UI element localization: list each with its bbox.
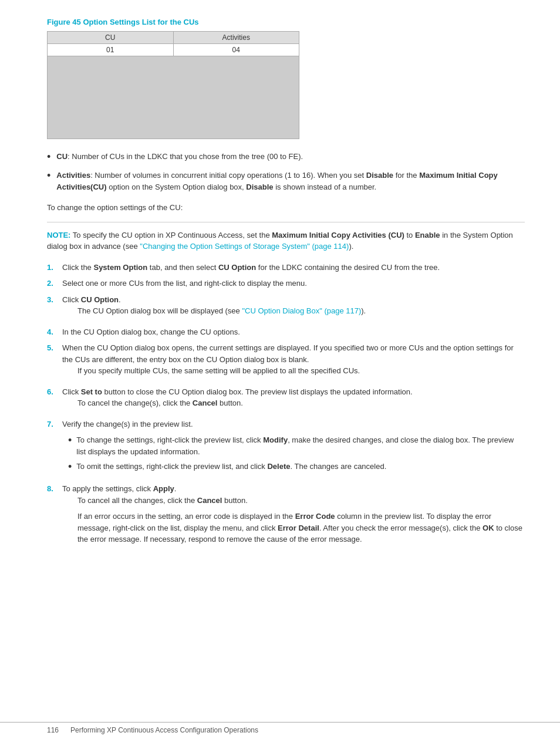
step-7-num: 7. — [47, 418, 56, 430]
step-1-num: 1. — [47, 262, 56, 274]
term-cu: CU — [56, 152, 68, 161]
step-4-text: In the CU Option dialog box, change the … — [62, 328, 240, 336]
step-6-subpara: To cancel the change(s), click the Cance… — [77, 397, 525, 409]
note-bold1: Maximum Initial Copy Activities (CU) — [272, 231, 404, 239]
desc-activities-2: option on the System Option dialog box, — [107, 183, 247, 191]
step-7-text: Verify the change(s) in the preview list… — [62, 420, 193, 428]
step-2-num: 2. — [47, 278, 56, 289]
step-7-bullet-1-text: To change the settings, right-click the … — [76, 434, 525, 457]
step-8-sub-end: button. — [222, 496, 247, 505]
step-3-bold1: CU Option — [81, 295, 119, 304]
col-cu-header: CU — [48, 32, 174, 43]
footer: 116 Performing XP Continuous Access Conf… — [0, 722, 560, 734]
step-5-text: When the CU Option dialog box opens, the… — [62, 343, 514, 364]
step-3-content: Click CU Option. The CU Option dialog bo… — [62, 294, 525, 322]
step-5-num: 5. — [47, 342, 56, 354]
step-6-bold1: Set to — [81, 387, 102, 396]
description-bullets: • CU: Number of CUs in the LDKC that you… — [47, 151, 525, 193]
options-table: CU Activities 01 04 — [47, 31, 299, 139]
step-4-num: 4. — [47, 326, 56, 338]
step-8-content: To apply the settings, click Apply. To c… — [62, 483, 525, 550]
step-6-sub-end: button. — [217, 399, 242, 407]
step-3-mid1: . — [119, 295, 121, 304]
step-8-sub2-bold2: Error Code — [295, 512, 335, 521]
step-5-sub: If you specify multiple CUs, the same se… — [77, 366, 360, 375]
bullet-dot-cu: • — [47, 149, 50, 165]
step-5-subpara: If you specify multiple CUs, the same se… — [77, 365, 525, 377]
step-1-bold1: System Option — [93, 263, 147, 272]
step-2-content: Select one or more CUs from the list, an… — [62, 278, 525, 289]
step-2: 2. Select one or more CUs from the list,… — [47, 278, 525, 289]
step-3-text: Click — [62, 295, 81, 304]
note-text2: to — [404, 231, 415, 239]
bullet-activities: • Activities: Number of volumes in concu… — [47, 170, 525, 193]
step-3-sub-end: ). — [361, 306, 366, 315]
term-activities: Activities — [56, 171, 90, 180]
sub-dot-2: • — [68, 459, 72, 475]
figure-title: Figure 45 Option Settings List for the C… — [47, 18, 525, 26]
note-text1: To specify the CU option in XP Continuou… — [70, 231, 272, 239]
step-8-num: 8. — [47, 483, 56, 495]
table-header: CU Activities — [48, 32, 299, 44]
table-data-row: 01 04 — [48, 44, 299, 56]
step-8: 8. To apply the settings, click Apply. T… — [47, 483, 525, 550]
desc-disable1: Disable — [366, 171, 393, 180]
step-3-num: 3. — [47, 294, 56, 306]
col-activities-header: Activities — [174, 32, 299, 43]
footer-text: Performing XP Continuous Access Configur… — [70, 726, 258, 734]
sub-dot-1: • — [68, 433, 72, 448]
table-body-empty — [48, 56, 299, 139]
step-7-subbullets: • To change the settings, right-click th… — [68, 434, 525, 475]
desc-activities-3: is shown instead of a number. — [274, 183, 377, 191]
divider — [47, 222, 525, 222]
step-8-sub2-bold3: Error Detail — [278, 524, 319, 532]
desc-for: for the — [393, 171, 419, 180]
step-1-mid2: for the LDKC containing the desired CU f… — [256, 263, 440, 272]
step-8-subpara2: If an error occurs in the setting, an er… — [77, 511, 525, 545]
desc-disable2: Disable — [246, 183, 273, 191]
note-bold2: Enable — [415, 231, 440, 239]
step-6-content: Click Set to button to close the CU Opti… — [62, 386, 525, 414]
step-4-content: In the CU Option dialog box, change the … — [62, 326, 525, 338]
change-para: To change the option settings of the CU: — [47, 202, 525, 214]
step-7-bullet-2-text: To omit the settings, right-click the pr… — [76, 461, 386, 472]
step-1-bold2: CU Option — [218, 263, 256, 272]
col-cu-value: 01 — [48, 44, 174, 56]
step-3-link[interactable]: "CU Option Dialog Box" (page 117) — [242, 306, 361, 315]
step-8-subpara1: To cancel all the changes, click the Can… — [77, 495, 525, 507]
step-7-content: Verify the change(s) in the preview list… — [62, 418, 525, 479]
step-1-mid1: tab, and then select — [147, 263, 218, 272]
bullet-cu-text: CU: Number of CUs in the LDKC that you c… — [56, 151, 303, 163]
step-6: 6. Click Set to button to close the CU O… — [47, 386, 525, 414]
note-link[interactable]: "Changing the Option Settings of Storage… — [140, 242, 349, 251]
step-8-bold1: Apply — [153, 484, 174, 493]
step-4: 4. In the CU Option dialog box, change t… — [47, 326, 525, 338]
desc-activities-1: : Number of volumes in concurrent initia… — [90, 171, 366, 180]
step-6-sub-text: To cancel the change(s), click the — [77, 399, 193, 407]
note-label: NOTE: — [47, 231, 70, 239]
step-5-content: When the CU Option dialog box opens, the… — [62, 342, 525, 382]
steps-list: 1. Click the System Option tab, and then… — [47, 262, 525, 550]
step-1: 1. Click the System Option tab, and then… — [47, 262, 525, 274]
step-7: 7. Verify the change(s) in the preview l… — [47, 418, 525, 479]
step-8-text: To apply the settings, click — [62, 484, 153, 493]
step-6-mid1: button to close the CU Option dialog box… — [102, 387, 413, 396]
step-8-mid1: . — [174, 484, 177, 493]
step-3: 3. Click CU Option. The CU Option dialog… — [47, 294, 525, 322]
step-7-bullet-2: • To omit the settings, right-click the … — [68, 461, 525, 475]
col-activities-value: 04 — [174, 44, 299, 56]
footer-page: 116 — [47, 726, 59, 734]
step-8-sub1: To cancel all the changes, click the — [77, 496, 197, 505]
step-6-text: Click — [62, 387, 81, 396]
step-2-text: Select one or more CUs from the list, an… — [62, 279, 307, 288]
step-8-sub-bold: Cancel — [197, 496, 222, 505]
step-7-bullet-1: • To change the settings, right-click th… — [68, 434, 525, 457]
step-8-sub2-mid3: . After you check the error message(s), … — [319, 524, 483, 532]
step-6-sub-bold: Cancel — [193, 399, 218, 407]
bullet-activities-text: Activities: Number of volumes in concurr… — [56, 170, 525, 193]
step-3-subpara: The CU Option dialog box will be display… — [77, 305, 525, 317]
desc-cu: : Number of CUs in the LDKC that you cho… — [68, 152, 303, 161]
note-text4: ). — [349, 242, 353, 251]
step-6-num: 6. — [47, 386, 56, 398]
bullet-dot-activities: • — [47, 168, 50, 184]
